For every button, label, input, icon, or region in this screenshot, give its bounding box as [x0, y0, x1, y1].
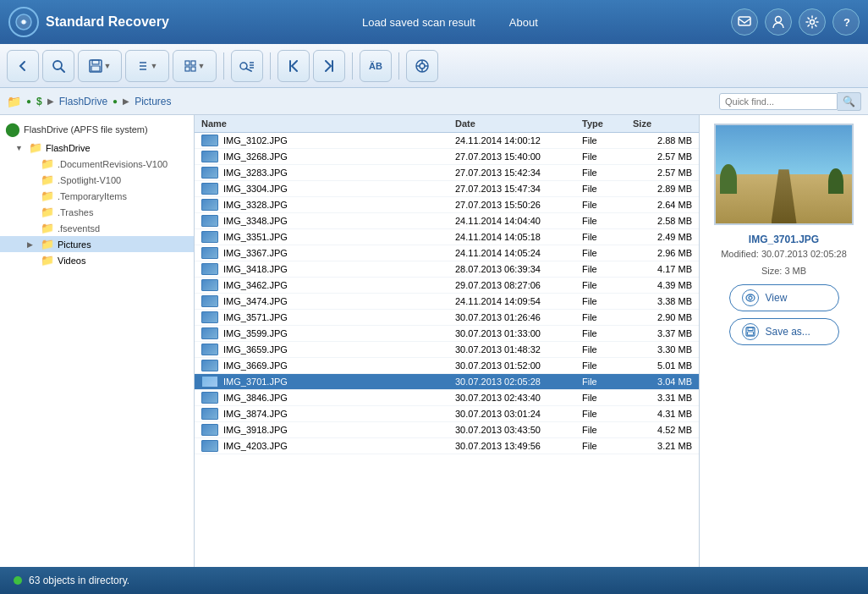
messages-button[interactable] — [731, 8, 758, 36]
list-view-button[interactable]: ▼ — [125, 50, 169, 82]
save-as-label: Save as... — [766, 326, 810, 338]
file-date: 27.07.2013 15:47:34 — [455, 184, 582, 194]
file-size: 4.17 MB — [633, 264, 692, 274]
file-thumb-icon — [201, 311, 218, 323]
find-button[interactable] — [231, 50, 263, 82]
back-button[interactable] — [7, 50, 39, 82]
save-button[interactable]: ▼ — [78, 50, 122, 82]
file-name: IMG_3351.JPG — [223, 232, 288, 242]
table-row[interactable]: IMG_3268.JPG27.07.2013 15:40:00File2.57 … — [195, 149, 699, 165]
table-row[interactable]: IMG_3348.JPG24.11.2014 14:04:40File2.58 … — [195, 213, 699, 229]
status-message: 63 objects in directory. — [29, 575, 129, 586]
table-row[interactable]: IMG_3701.JPG30.07.2013 02:05:28File3.04 … — [195, 374, 699, 390]
col-date[interactable]: Date — [455, 118, 582, 129]
app-title: Standard Recovery — [46, 14, 169, 30]
file-size: 3.31 MB — [633, 393, 692, 403]
scan-button[interactable] — [42, 50, 74, 82]
col-name[interactable]: Name — [201, 118, 455, 129]
preview-filename: IMG_3701.JPG — [749, 234, 819, 245]
pathbar-flashdrive[interactable]: FlashDrive — [59, 96, 107, 107]
about-link[interactable]: About — [509, 16, 538, 29]
help-button[interactable]: ? — [832, 8, 860, 36]
table-row[interactable]: IMG_3283.JPG27.07.2013 15:42:34File2.57 … — [195, 165, 699, 181]
file-thumb-icon — [201, 263, 218, 275]
pathbar-folder-icon: 📁 — [7, 95, 21, 108]
quick-find-input[interactable] — [719, 93, 838, 110]
table-row[interactable]: IMG_3599.JPG30.07.2013 01:33:00File3.37 … — [195, 326, 699, 342]
tree-item-videos[interactable]: 📁 Videos — [0, 252, 194, 268]
table-row[interactable]: IMG_3304.JPG27.07.2013 15:47:34File2.89 … — [195, 181, 699, 197]
user-button[interactable] — [765, 8, 792, 36]
file-date: 24.11.2014 14:09:54 — [455, 296, 582, 306]
next-button[interactable] — [313, 50, 345, 82]
settings-button[interactable] — [799, 8, 826, 36]
table-row[interactable]: IMG_3351.JPG24.11.2014 14:05:18File2.49 … — [195, 229, 699, 245]
table-row[interactable]: IMG_3102.JPG24.11.2014 14:00:12File2.88 … — [195, 133, 699, 149]
file-thumb-icon — [201, 279, 218, 291]
file-list: IMG_3102.JPG24.11.2014 14:00:12File2.88 … — [195, 133, 699, 567]
table-row[interactable]: IMG_3846.JPG30.07.2013 02:43:40File3.31 … — [195, 390, 699, 406]
file-thumb-icon — [201, 392, 218, 404]
tree-item-pictures[interactable]: ▶ 📁 Pictures — [0, 236, 194, 252]
view-label: View — [766, 292, 788, 304]
table-row[interactable]: IMG_3874.JPG30.07.2013 03:01:24File4.31 … — [195, 406, 699, 422]
app-logo-icon — [8, 7, 39, 37]
table-row[interactable]: IMG_3571.JPG30.07.2013 01:26:46File2.90 … — [195, 310, 699, 326]
match-case-button[interactable]: ÄB — [360, 50, 392, 82]
file-name: IMG_3701.JPG — [223, 377, 288, 387]
toolbar: ▼ ▼ ▼ — [0, 44, 868, 88]
file-size: 3.38 MB — [633, 296, 692, 306]
file-date: 30.07.2013 13:49:56 — [455, 441, 582, 451]
table-row[interactable]: IMG_4203.JPG30.07.2013 13:49:56File3.21 … — [195, 438, 699, 454]
file-date: 30.07.2013 01:48:32 — [455, 344, 582, 355]
tree-item-spotlight[interactable]: 📁 .Spotlight-V100 — [0, 172, 194, 188]
prev-button[interactable] — [277, 50, 310, 82]
table-row[interactable]: IMG_3418.JPG28.07.2013 06:39:34File4.17 … — [195, 261, 699, 278]
table-row[interactable]: IMG_3659.JPG30.07.2013 01:48:32File3.30 … — [195, 342, 699, 358]
table-row[interactable]: IMG_3918.JPG30.07.2013 03:43:50File4.52 … — [195, 422, 699, 438]
tree-item-flashdrive[interactable]: ▼ 📁 FlashDrive — [0, 140, 194, 156]
save-icon — [742, 323, 759, 340]
toolbar-sep-4 — [398, 52, 399, 80]
table-row[interactable]: IMG_3328.JPG27.07.2013 15:50:26File2.64 … — [195, 197, 699, 213]
preview-size: Size: 3 MB — [761, 266, 806, 276]
quick-find-button[interactable]: 🔍 — [838, 92, 861, 111]
file-thumb-icon — [201, 215, 218, 227]
save-as-button[interactable]: Save as... — [729, 318, 839, 345]
tree-item-trashes[interactable]: 📁 .Trashes — [0, 204, 194, 220]
tree-label-tempitems: .TemporaryItems — [58, 191, 127, 201]
file-type: File — [582, 264, 633, 274]
file-name: IMG_3268.JPG — [223, 151, 288, 162]
col-size[interactable]: Size — [633, 118, 692, 129]
header-icons: ? — [731, 8, 860, 36]
file-thumb-icon — [201, 167, 218, 179]
grid-view-button[interactable]: ▼ — [173, 50, 217, 82]
load-scan-link[interactable]: Load saved scan result — [362, 16, 475, 29]
file-thumb-icon — [201, 231, 218, 243]
pathbar-pictures[interactable]: Pictures — [135, 96, 171, 107]
file-size: 3.21 MB — [633, 441, 692, 451]
pathbar-arrow-2: ▶ — [123, 96, 129, 106]
file-type: File — [582, 328, 633, 338]
table-row[interactable]: IMG_3474.JPG24.11.2014 14:09:54File3.38 … — [195, 294, 699, 310]
view-button[interactable]: View — [729, 284, 839, 311]
filter-button[interactable] — [406, 50, 438, 82]
file-type: File — [582, 232, 633, 242]
table-row[interactable]: IMG_3669.JPG30.07.2013 01:52:00File5.01 … — [195, 358, 699, 374]
file-date: 30.07.2013 03:43:50 — [455, 425, 582, 435]
svg-rect-35 — [747, 332, 753, 335]
tree-item-docrevisions[interactable]: 📁 .DocumentRevisions-V100 — [0, 156, 194, 172]
file-date: 30.07.2013 02:05:28 — [455, 377, 582, 387]
tree-item-tempitems[interactable]: 📁 .TemporaryItems — [0, 188, 194, 204]
file-type: File — [582, 280, 633, 290]
tree-root-item[interactable]: ⬤ FlashDrive (APFS file system) — [0, 118, 194, 140]
file-type: File — [582, 248, 633, 258]
table-row[interactable]: IMG_3367.JPG24.11.2014 14:05:24File2.96 … — [195, 245, 699, 261]
file-date: 30.07.2013 01:33:00 — [455, 328, 582, 338]
tree-item-fseventsd[interactable]: 📁 .fseventsd — [0, 220, 194, 236]
toolbar-sep-1 — [223, 52, 224, 80]
preview-trees-right — [828, 168, 843, 194]
col-type[interactable]: Type — [582, 118, 633, 129]
svg-line-19 — [246, 69, 251, 71]
table-row[interactable]: IMG_3462.JPG29.07.2013 08:27:06File4.39 … — [195, 278, 699, 294]
